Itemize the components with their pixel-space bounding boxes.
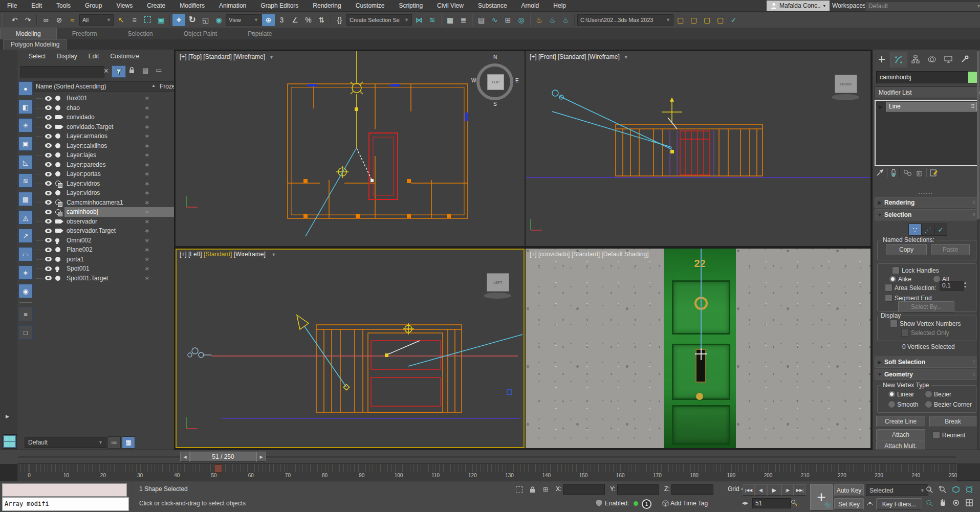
frozen-toggle-icon[interactable]: ∗ — [144, 114, 149, 121]
viewport-layout-tabs-icon[interactable] — [3, 434, 17, 449]
visibility-eye-icon[interactable] — [45, 172, 52, 176]
compass-south[interactable]: S — [493, 101, 497, 107]
alike-radio[interactable] — [889, 275, 897, 283]
filter-containers-icon[interactable]: ▭ — [18, 247, 33, 261]
frozen-toggle-icon[interactable]: ∗ — [144, 189, 149, 196]
default-in-out-tangents-icon[interactable] — [865, 498, 875, 508]
viewport-top[interactable]: [+] [Top] [Standard] [Wireframe]▼ N S W … — [176, 51, 525, 246]
rollout-selection[interactable]: ▼ Selection⠿ — [875, 209, 979, 220]
key-filters-button[interactable]: Key Filters... — [876, 498, 922, 510]
break-button[interactable]: Break — [929, 416, 976, 427]
check-circle-icon[interactable]: ✓ — [727, 14, 740, 26]
filter-spacewarps-icon[interactable]: ≋ — [18, 173, 33, 188]
list-item[interactable]: Omni002∗ — [33, 236, 174, 246]
clear-search-icon[interactable]: ✕ — [103, 67, 109, 75]
visibility-eye-icon[interactable] — [45, 134, 52, 139]
object-name-field[interactable]: caminhoobj — [876, 71, 971, 83]
object-name-label[interactable]: Camcminhocamera1 — [64, 198, 174, 208]
list-item[interactable]: porta1∗ — [33, 255, 174, 264]
visibility-eye-icon[interactable] — [45, 210, 52, 214]
y-coordinate-field[interactable] — [617, 484, 659, 495]
zoom-extents-all-icon[interactable] — [964, 484, 974, 495]
visibility-eye-icon[interactable] — [45, 105, 52, 110]
tab-selection[interactable]: Selection — [112, 28, 168, 39]
viewport-front[interactable]: [+] [Front] [Standard] [Wireframe]▼ FRON… — [526, 51, 870, 246]
panel-resize-grip[interactable]: •••••• — [919, 191, 933, 195]
frozen-toggle-icon[interactable]: ∗ — [144, 208, 149, 215]
list-item[interactable]: caminhoobj∗ — [33, 207, 174, 217]
key-step-arrows-icon[interactable]: ◀▶ — [740, 498, 750, 508]
visibility-eye-icon[interactable] — [45, 238, 52, 242]
filter-funnel-icon[interactable] — [112, 65, 126, 78]
frozen-toggle-icon[interactable]: ∗ — [144, 151, 149, 159]
snap-toggle-3d-icon[interactable]: 3 — [275, 14, 288, 26]
tab-motion-icon[interactable] — [924, 52, 940, 67]
tab-create-icon[interactable] — [874, 52, 890, 67]
list-item[interactable]: Layer:paredes∗ — [33, 160, 174, 170]
x-coordinate-field[interactable] — [563, 484, 605, 495]
tab-hierarchy-icon[interactable] — [907, 52, 924, 67]
scene-script-run-icon[interactable]: ▢ — [714, 14, 727, 26]
pin-stack-icon[interactable] — [876, 169, 884, 177]
tab-display-icon[interactable] — [940, 52, 956, 67]
percent-snap-icon[interactable]: % — [302, 14, 315, 26]
object-name-label[interactable]: Omni002 — [64, 236, 174, 246]
spinner-arrows-icon[interactable]: ▲▼ — [962, 281, 968, 290]
menu-substance[interactable]: Substance — [471, 0, 514, 11]
workspace-dropdown[interactable]: Default ▼ — [865, 1, 980, 11]
filter-shapes-icon[interactable]: ◧ — [18, 100, 33, 114]
menu-rendering[interactable]: Rendering — [306, 0, 348, 11]
frozen-toggle-icon[interactable]: ∗ — [144, 275, 149, 282]
filter-particles-icon[interactable]: ∗ — [18, 265, 33, 280]
named-selection-sets-dropdown[interactable]: Create Selection Se▼ — [346, 14, 412, 26]
viewcube[interactable]: N S W E TOP — [474, 54, 516, 107]
subobject-spline-icon[interactable]: ✓ — [934, 224, 947, 236]
frozen-toggle-icon[interactable]: ∗ — [144, 161, 149, 168]
object-name-label[interactable]: observador.Target — [64, 226, 174, 236]
key-filter-scope-dropdown[interactable]: Selected▼ — [866, 484, 928, 496]
redo-icon[interactable]: ↷ — [21, 14, 34, 26]
box-mode-icon[interactable]: □ — [18, 325, 33, 340]
visibility-eye-icon[interactable] — [45, 153, 52, 158]
maximize-viewport-toggle-icon[interactable] — [964, 498, 974, 508]
orbit-icon[interactable] — [951, 498, 961, 508]
show-vertex-numbers-checkbox[interactable] — [890, 320, 898, 327]
list-item[interactable]: convidado.Target∗ — [33, 122, 174, 132]
account-chip[interactable]: Mafalda Conc.. ▾ — [767, 1, 830, 11]
menu-modifiers[interactable]: Modifiers — [172, 0, 212, 11]
toggle-ribbon-icon[interactable]: ▤ — [475, 14, 488, 26]
select-and-move-icon[interactable]: + — [172, 14, 185, 26]
filter-lights-icon[interactable]: ☀ — [18, 118, 33, 132]
frozen-toggle-icon[interactable]: ∗ — [144, 142, 149, 149]
bind-to-space-warp-icon[interactable]: ≈ — [66, 14, 79, 26]
menu-scripting[interactable]: Scripting — [391, 0, 430, 11]
rollout-soft-selection[interactable]: ▶ Soft Selection⠿ — [875, 357, 979, 368]
tab-polygon-modeling[interactable]: Polygon Modeling — [3, 39, 67, 50]
lock-handles-checkbox[interactable] — [892, 266, 900, 274]
tab-freeform[interactable]: Freeform — [57, 28, 113, 39]
search-input[interactable] — [20, 66, 104, 78]
compass-east[interactable]: E — [515, 78, 519, 83]
scene-script-save-icon[interactable]: ▢ — [701, 14, 713, 26]
linear-radio[interactable] — [888, 390, 896, 398]
go-to-end-button[interactable]: ▶▶| — [794, 484, 806, 496]
track-bar[interactable]: 0102030405060708090100110120130140150160… — [17, 463, 957, 481]
time-slider-track[interactable] — [18, 456, 956, 458]
explorer-menu-edit[interactable]: Edit — [89, 53, 99, 60]
frozen-column-header[interactable]: Frozen — [160, 83, 175, 90]
object-name-label[interactable]: chao — [64, 103, 174, 113]
zoom-extents-icon[interactable] — [951, 484, 961, 495]
menu-animation[interactable]: Animation — [212, 0, 253, 11]
explorer-menu-select[interactable]: Select — [29, 53, 46, 60]
current-frame-field[interactable]: 51 — [752, 498, 791, 508]
stack-item-label[interactable]: Line — [886, 102, 977, 112]
object-name-label[interactable]: Layer:armarios — [64, 131, 174, 141]
list-item[interactable]: Layer:vidros∗ — [33, 179, 174, 189]
smooth-radio[interactable] — [888, 400, 896, 408]
spinner-snap-icon[interactable]: ⇅ — [315, 14, 328, 26]
column-header[interactable]: Name (Sorted Ascending) ▲ Frozen — [33, 81, 174, 92]
menu-views[interactable]: Views — [109, 0, 140, 11]
tab-object-paint[interactable]: Object Paint — [168, 28, 232, 39]
menu-arnold[interactable]: Arnold — [514, 0, 547, 11]
viewport-filter-icon[interactable]: ▼ — [271, 252, 276, 257]
